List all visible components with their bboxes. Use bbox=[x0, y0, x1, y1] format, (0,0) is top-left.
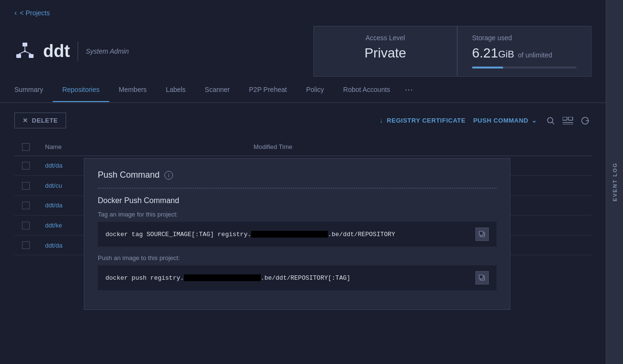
storage-number: 6.21 bbox=[472, 46, 498, 60]
tab-scanner[interactable]: Scanner bbox=[195, 78, 239, 102]
grid-list-icon bbox=[563, 117, 573, 125]
tag-command-block: docker tag SOURCE_IMAGE[:TAG] registry. … bbox=[98, 222, 496, 247]
row-checkbox[interactable] bbox=[22, 202, 30, 209]
push-description: Push an image to this project: bbox=[98, 254, 496, 262]
view-toggle-button[interactable] bbox=[561, 115, 575, 126]
push-command-button[interactable]: PUSH COMMAND ⌄ bbox=[473, 117, 537, 124]
chevron-down-icon: ⌄ bbox=[531, 117, 537, 124]
push-cmd-prefix: docker push registry. bbox=[105, 274, 184, 282]
search-icon bbox=[546, 116, 555, 125]
copy-tag-command-button[interactable] bbox=[475, 228, 489, 241]
toolbar: ✕ DELETE ↓ REGISTRY CERTIFICATE PUSH COM… bbox=[0, 103, 606, 138]
tag-description: Tag an image for this project: bbox=[98, 211, 496, 218]
project-info: ddt System Admin bbox=[14, 41, 129, 62]
network-icon bbox=[15, 42, 35, 61]
svg-rect-0 bbox=[23, 43, 27, 46]
tab-policy[interactable]: Policy bbox=[297, 78, 334, 102]
tab-summary[interactable]: Summary bbox=[14, 78, 53, 102]
select-all-checkbox[interactable] bbox=[22, 143, 30, 151]
tab-p2p-preheat[interactable]: P2P Preheat bbox=[240, 78, 297, 102]
svg-rect-14 bbox=[479, 231, 483, 235]
registry-cert-label: REGISTRY CERTIFICATE bbox=[387, 117, 465, 124]
section-divider bbox=[98, 188, 496, 189]
modified-time-column-header: Modified Time bbox=[246, 138, 591, 156]
x-icon: ✕ bbox=[23, 117, 28, 124]
toolbar-icons bbox=[544, 114, 591, 127]
project-icon bbox=[14, 41, 35, 62]
storage-bar-fill bbox=[472, 67, 503, 68]
push-cmd-redacted bbox=[184, 274, 261, 281]
row-checkbox[interactable] bbox=[22, 241, 30, 249]
refresh-button[interactable] bbox=[579, 114, 591, 127]
copy-icon bbox=[479, 231, 485, 238]
push-command-title-text: Push Command bbox=[98, 170, 160, 180]
delete-button[interactable]: ✕ DELETE bbox=[14, 113, 66, 128]
download-icon: ↓ bbox=[380, 117, 383, 124]
push-cmd-suffix: .be/ddt/REPOSITORY[:TAG] bbox=[261, 274, 350, 282]
access-level-card: Access Level Private bbox=[313, 26, 457, 77]
select-all-header bbox=[14, 138, 37, 156]
svg-line-8 bbox=[552, 122, 554, 124]
storage-card: Storage used 6.21GiB of unlimited bbox=[457, 26, 591, 77]
name-column-header: Name bbox=[37, 138, 246, 156]
tab-repositories[interactable]: Repositories bbox=[53, 78, 109, 102]
svg-line-4 bbox=[19, 51, 25, 54]
project-role: System Admin bbox=[86, 47, 129, 55]
svg-point-6 bbox=[24, 50, 26, 52]
nav-tabs: Summary Repositories Members Labels Scan… bbox=[0, 77, 606, 103]
tag-command-text: docker tag SOURCE_IMAGE[:TAG] registry. … bbox=[105, 231, 475, 238]
search-button[interactable] bbox=[544, 114, 557, 127]
push-command-popup-title: Push Command i bbox=[98, 170, 496, 180]
copy-icon bbox=[479, 274, 485, 281]
stats-cards: Access Level Private Storage used 6.21Gi… bbox=[313, 26, 591, 77]
more-tabs-button[interactable]: ⋯ bbox=[400, 77, 418, 102]
back-link-label: < Projects bbox=[20, 9, 50, 17]
event-log-label: EVENT LOG bbox=[612, 162, 618, 202]
storage-bar bbox=[472, 67, 577, 68]
back-to-projects[interactable]: ‹ < Projects bbox=[14, 9, 591, 17]
svg-rect-1 bbox=[16, 54, 21, 58]
event-log-sidebar[interactable]: EVENT LOG bbox=[606, 0, 623, 364]
push-command-label: PUSH COMMAND bbox=[473, 117, 528, 124]
info-icon[interactable]: i bbox=[164, 171, 173, 180]
copy-push-command-button[interactable] bbox=[475, 271, 489, 284]
tab-robot-accounts[interactable]: Robot Accounts bbox=[334, 78, 400, 102]
tag-cmd-suffix: .be/ddt/REPOSITORY bbox=[328, 231, 395, 238]
push-command-block: docker push registry. .be/ddt/REPOSITORY… bbox=[98, 265, 496, 290]
storage-label: Storage used bbox=[472, 34, 577, 42]
storage-limit: of unlimited bbox=[518, 51, 553, 59]
row-checkbox[interactable] bbox=[22, 182, 30, 190]
tab-labels[interactable]: Labels bbox=[156, 78, 195, 102]
push-command-popup: Push Command i Docker Push Command Tag a… bbox=[84, 158, 510, 310]
docker-push-title: Docker Push Command bbox=[98, 196, 496, 205]
storage-value: 6.21GiB of unlimited bbox=[472, 46, 577, 61]
svg-rect-16 bbox=[479, 275, 483, 279]
svg-rect-9 bbox=[563, 117, 567, 120]
push-command-text: docker push registry. .be/ddt/REPOSITORY… bbox=[105, 274, 475, 282]
svg-rect-2 bbox=[29, 54, 34, 58]
tab-members[interactable]: Members bbox=[109, 78, 156, 102]
svg-rect-10 bbox=[568, 117, 573, 120]
storage-unit: GiB bbox=[498, 49, 514, 59]
row-checkbox[interactable] bbox=[22, 162, 30, 170]
tag-cmd-redacted bbox=[251, 231, 328, 238]
registry-certificate-button[interactable]: ↓ REGISTRY CERTIFICATE bbox=[380, 117, 465, 124]
row-checkbox[interactable] bbox=[22, 222, 30, 229]
svg-line-5 bbox=[25, 51, 31, 54]
header-divider bbox=[78, 42, 78, 61]
tag-cmd-prefix: docker tag SOURCE_IMAGE[:TAG] registry. bbox=[105, 231, 251, 238]
project-name: ddt bbox=[43, 41, 70, 61]
access-level-value: Private bbox=[328, 46, 442, 61]
back-arrow-icon: ‹ bbox=[14, 9, 17, 17]
access-level-label: Access Level bbox=[328, 34, 442, 42]
delete-label: DELETE bbox=[32, 117, 58, 124]
refresh-icon bbox=[581, 116, 589, 125]
